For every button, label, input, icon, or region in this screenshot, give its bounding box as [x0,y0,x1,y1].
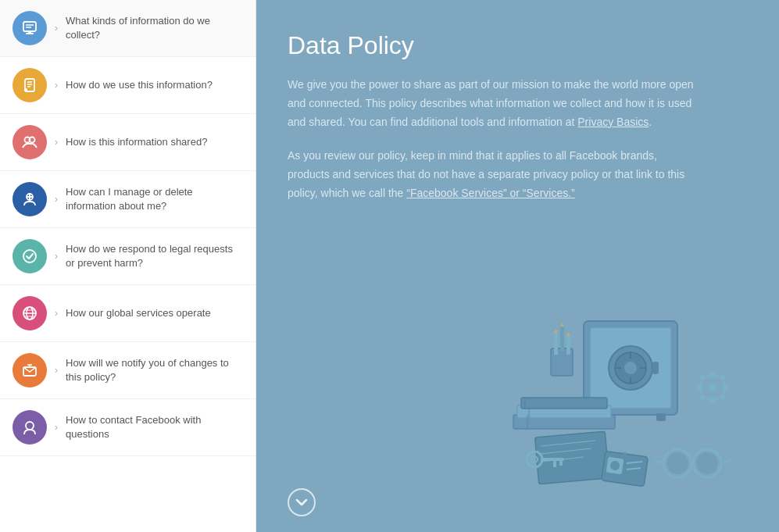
chevron-icon-legal: › [55,251,58,262]
svg-rect-76 [710,397,715,403]
svg-marker-44 [566,332,570,336]
svg-rect-78 [722,385,728,390]
page-title: Data Policy [288,31,748,60]
chevron-icon-shared: › [55,137,58,148]
sidebar-item-manage[interactable]: ›How can I manage or delete information … [0,171,255,228]
sidebar-label-collect: What kinds of information do we collect? [66,14,243,42]
sidebar-icon-use [13,68,47,102]
svg-rect-37 [656,413,666,421]
sidebar-label-notify: How will we notify you of changes to thi… [66,356,243,384]
svg-rect-0 [23,22,36,31]
svg-point-30 [624,362,637,374]
chevron-icon-global: › [55,308,58,319]
svg-rect-58 [553,461,556,467]
second-paragraph: As you review our policy, keep in mind t… [288,147,694,202]
sidebar-label-manage: How can I manage or delete information a… [66,185,243,213]
chevron-icon-contact: › [55,422,58,433]
sidebar: ›What kinds of information do we collect… [0,0,256,532]
svg-rect-57 [541,458,564,461]
svg-rect-77 [697,385,703,390]
data-policy-illustration [466,282,763,501]
svg-rect-47 [521,398,607,409]
scroll-down-button[interactable] [288,488,316,516]
intro-text-end: . [649,116,652,128]
svg-rect-82 [720,395,726,401]
svg-point-71 [666,452,688,474]
svg-point-15 [23,250,36,262]
sidebar-label-global: How our global services operate [66,306,243,320]
svg-rect-79 [699,374,706,380]
svg-rect-80 [720,374,726,380]
sidebar-item-legal[interactable]: ›How do we respond to legal requests or … [0,228,255,285]
chevron-icon-collect: › [55,23,58,34]
services-link[interactable]: “Facebook Services” or “Services.” [406,187,575,199]
main-content: Data Policy We give you the power to sha… [256,0,779,532]
svg-rect-9 [24,88,27,91]
chevron-down-icon [295,496,308,509]
sidebar-label-shared: How is this information shared? [66,135,243,149]
svg-line-70 [721,460,732,463]
sidebar-label-contact: How to contact Facebook with questions [66,413,243,441]
chevron-icon-use: › [55,80,58,91]
svg-rect-40 [560,327,564,352]
svg-rect-75 [710,372,715,378]
sidebar-item-contact[interactable]: ›How to contact Facebook with questions [0,399,255,456]
svg-rect-81 [699,395,706,401]
sidebar-label-use: How do we use this information? [66,78,243,92]
sidebar-icon-global [13,296,47,330]
svg-rect-59 [559,461,563,466]
svg-marker-42 [554,329,558,333]
privacy-basics-link[interactable]: Privacy Basics [577,116,649,128]
intro-paragraph: We give you the power to share as part o… [288,76,694,131]
svg-rect-39 [554,333,558,355]
svg-rect-2 [28,31,31,33]
sidebar-icon-collect [13,11,47,45]
sidebar-icon-manage [13,182,47,216]
svg-point-74 [708,383,717,392]
sidebar-icon-shared [13,125,47,159]
sidebar-item-notify[interactable]: ›How will we notify you of changes to th… [0,342,255,399]
svg-point-24 [26,422,34,430]
chevron-icon-notify: › [55,365,58,376]
svg-rect-35 [652,362,659,374]
svg-rect-41 [566,336,570,355]
sidebar-item-collect[interactable]: ›What kinds of information do we collect… [0,0,255,57]
svg-rect-1 [26,33,34,34]
sidebar-item-shared[interactable]: ›How is this information shared? [0,114,255,171]
sidebar-item-global[interactable]: ›How our global services operate [0,285,255,342]
svg-rect-65 [623,452,627,457]
sidebar-label-legal: How do we respond to legal requests or p… [66,242,243,270]
svg-marker-43 [560,323,564,327]
svg-point-72 [696,452,718,474]
sidebar-item-use[interactable]: ›How do we use this information? [0,57,255,114]
sidebar-icon-legal [13,239,47,273]
sidebar-icon-notify [13,353,47,387]
chevron-icon-manage: › [55,194,58,205]
sidebar-icon-contact [13,410,47,445]
svg-line-69 [654,460,663,463]
